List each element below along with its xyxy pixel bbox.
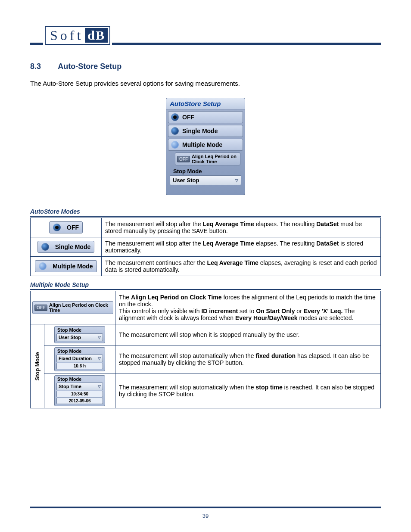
mode-single-label: Single Mode — [55, 243, 90, 250]
mode-off-label: OFF — [182, 114, 194, 121]
autostore-modes-table: OFF The measurement will stop after the … — [30, 218, 381, 276]
radio-multiple-icon — [39, 262, 47, 270]
stop-time-value: Stop Time▽ — [56, 383, 103, 390]
mode-single-label: Single Mode — [182, 128, 218, 134]
align-toggle-label: Align Leq Period on Clock Time — [49, 302, 111, 313]
stop-time-d: 2012-09-06 — [56, 398, 103, 404]
page-header: Soft dB — [30, 26, 381, 45]
chevron-down-icon: ▽ — [98, 384, 101, 389]
stop-mode-label: Stop Mode — [166, 167, 245, 175]
page-number: 39 — [0, 513, 411, 519]
radio-off-icon — [53, 224, 61, 231]
align-leq-toggle[interactable]: OFF Align Leq Period on Clock Time — [175, 152, 240, 165]
mode-off-desc: The measurement will stop after the Leq … — [102, 218, 381, 237]
mode-multiple-widget: Multiple Mode — [35, 260, 97, 272]
stop-time-desc: The measurement will stop automatically … — [115, 373, 381, 408]
table-row: Stop Mode Fixed Duration▽ 10.6 h The mea… — [31, 345, 381, 373]
fixed-duration-widget: Stop Mode Fixed Duration▽ 10.6 h — [54, 347, 105, 371]
panel-title: AutoStore Setup — [166, 98, 245, 109]
radio-single-icon — [41, 243, 49, 251]
multiple-mode-setup-table: OFF Align Leq Period on Clock Time The A… — [30, 291, 381, 408]
fixed-duration-desc: The measurement will stop automatically … — [115, 345, 381, 373]
logo: Soft dB — [45, 26, 110, 45]
align-toggle-state: OFF — [34, 305, 47, 311]
stop-mode-vertical-label: Stop Mode — [34, 352, 40, 380]
user-stop-widget: Stop Mode User Stop▽ — [54, 326, 105, 343]
table-row: Multiple Mode The measurement continues … — [31, 257, 381, 276]
fixed-duration-value: Fixed Duration▽ — [56, 355, 103, 362]
stop-mode-value: User Stop — [173, 177, 199, 184]
section-heading: 8.3 Auto-Store Setup — [30, 62, 381, 71]
table-row: Stop Mode Stop Mode User Stop▽ The measu… — [31, 324, 381, 345]
logo-soft-text: Soft — [50, 28, 83, 44]
mode-off-row[interactable]: OFF — [168, 111, 243, 123]
header-rule-left — [30, 43, 43, 45]
mode-single-row[interactable]: Single Mode — [168, 125, 243, 137]
mode-multiple-label: Multiple Mode — [53, 263, 93, 270]
mode-single-desc: The measurement will stop after the Leq … — [102, 237, 381, 257]
stop-time-widget: Stop Mode Stop Time▽ 10:34:50 2012-09-06 — [54, 375, 105, 406]
chevron-down-icon: ▽ — [98, 335, 101, 339]
stop-mode-dropdown[interactable]: User Stop ▽ — [170, 175, 241, 185]
section-number: 8.3 — [30, 62, 56, 71]
mode-single-widget: Single Mode — [37, 241, 94, 253]
radio-single-icon — [171, 127, 179, 135]
autostore-setup-panel: AutoStore Setup OFF Single Mode Multiple… — [166, 98, 245, 195]
user-stop-value: User Stop▽ — [56, 333, 103, 341]
stop-time-t: 10:34:50 — [56, 391, 103, 397]
intro-paragraph: The Auto-Store Setup provides several op… — [30, 80, 381, 87]
align-toggle-label: Align Leq Period on Clock Time — [192, 154, 238, 164]
chevron-down-icon: ▽ — [98, 356, 101, 361]
radio-multiple-icon — [171, 141, 179, 149]
table-row: OFF The measurement will stop after the … — [31, 218, 381, 237]
chevron-down-icon: ▽ — [235, 178, 238, 183]
table-row: Single Mode The measurement will stop af… — [31, 237, 381, 257]
autostore-modes-caption: AutoStore Modes — [30, 208, 381, 217]
section-title: Auto-Store Setup — [58, 62, 121, 71]
radio-off-icon — [171, 113, 179, 121]
align-leq-widget: OFF Align Leq Period on Clock Time — [32, 301, 113, 314]
mode-multiple-row[interactable]: Multiple Mode — [168, 139, 243, 151]
mode-multiple-label: Multiple Mode — [182, 141, 222, 148]
align-leq-desc: The Align Leq Period on Clock Time force… — [115, 291, 381, 324]
mode-off-widget: OFF — [49, 221, 83, 233]
logo-db-text: dB — [85, 28, 108, 43]
fixed-duration-sub: 10.6 h — [56, 363, 103, 369]
multiple-mode-setup-caption: Multiple Mode Setup — [30, 281, 381, 290]
table-row: OFF Align Leq Period on Clock Time The A… — [31, 291, 381, 324]
mode-multiple-desc: The measurement continues after the Leq … — [102, 257, 381, 276]
table-row: Stop Mode Stop Time▽ 10:34:50 2012-09-06… — [31, 373, 381, 408]
user-stop-desc: The measurement will stop when it is sto… — [115, 324, 381, 345]
header-rule-right — [112, 43, 381, 45]
align-toggle-state: OFF — [177, 156, 190, 162]
footer-rule — [30, 507, 381, 508]
mode-off-label: OFF — [67, 224, 79, 231]
